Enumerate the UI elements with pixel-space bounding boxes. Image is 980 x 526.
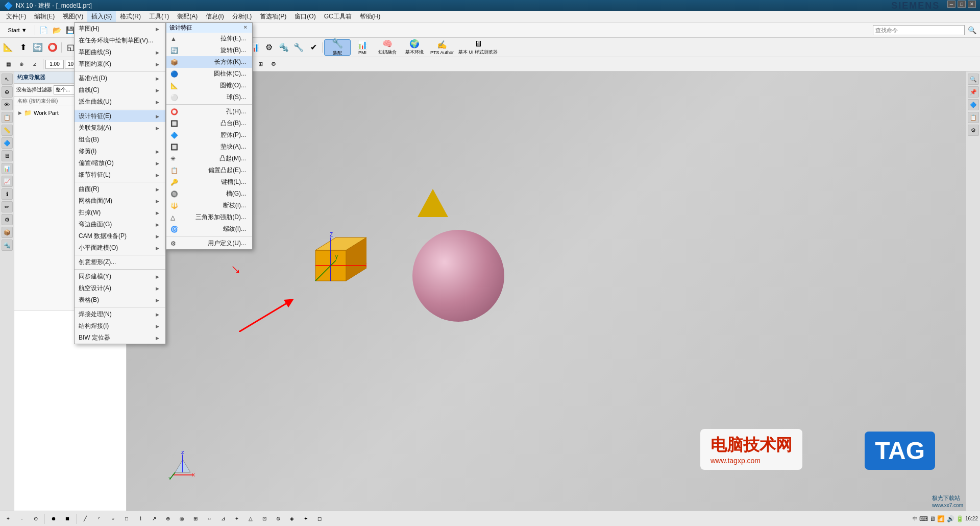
menu-insert[interactable]: 插入(S): [87, 11, 116, 22]
menu-window[interactable]: 窗口(O): [290, 11, 320, 22]
basic-ui-btn[interactable]: 🖥基本 UI 样式浏览器: [456, 39, 500, 56]
menu-item-weld[interactable]: 焊接处理(N) ▶: [75, 308, 165, 320]
menu-item-combine[interactable]: 组合(B): [75, 134, 165, 146]
view-btn-8[interactable]: ⊞: [254, 58, 266, 70]
menu-edit[interactable]: 编辑(E): [30, 11, 59, 22]
menu-analysis[interactable]: 分析(L): [228, 11, 256, 22]
bottom-btn-16[interactable]: ◈: [286, 513, 298, 525]
new-button[interactable]: 📄: [37, 24, 50, 36]
bottom-btn-record[interactable]: ⏺: [47, 513, 60, 525]
design-offset-emboss[interactable]: 📋偏置凸起(E)...: [166, 164, 252, 176]
menu-prefs[interactable]: 首选项(P): [256, 11, 290, 22]
start-button[interactable]: Start ▼: [2, 24, 33, 36]
sidebar-icon-select[interactable]: ↖: [2, 74, 13, 85]
assemble-main-btn[interactable]: 🔧装配: [324, 39, 351, 56]
revolve-btn[interactable]: 🔄: [31, 39, 45, 56]
sketch-btn[interactable]: 📐: [1, 39, 15, 56]
menu-tools[interactable]: 工具(T): [145, 11, 173, 22]
bottom-btn-3[interactable]: ⊙: [30, 513, 42, 525]
punch-btn[interactable]: 🔩: [277, 39, 291, 56]
menu-item-derived-curve[interactable]: 派生曲线(U) ▶: [75, 96, 165, 108]
menu-item-mesh-surface[interactable]: 网格曲面(M) ▶: [75, 195, 165, 207]
maximize-button[interactable]: □: [958, 1, 966, 8]
knowledge-btn[interactable]: 🧠知识融合: [374, 39, 401, 56]
bottom-btn-10[interactable]: ↔: [203, 513, 215, 525]
process-sync-btn[interactable]: ⚙: [262, 39, 276, 56]
design-extrude[interactable]: ▲拉伸(E)...: [166, 33, 252, 44]
design-emboss[interactable]: ✳凸起(M)...: [166, 153, 252, 164]
bottom-btn-7[interactable]: ⊕: [162, 513, 174, 525]
design-dart[interactable]: 🔱断枝(I)...: [166, 200, 252, 211]
bottom-btn-11[interactable]: ⊿: [217, 513, 229, 525]
design-pad[interactable]: 🔲垫块(A)...: [166, 141, 252, 153]
bottom-btn-18[interactable]: ◻: [313, 513, 326, 525]
design-user-defined[interactable]: ⚙用户定义(U)...: [166, 237, 252, 249]
design-revolve[interactable]: 🔄旋转(B)...: [166, 44, 252, 56]
design-thread[interactable]: 🌀螺纹(I)...: [166, 223, 252, 235]
menu-item-curve[interactable]: 曲线(C) ▶: [75, 84, 165, 96]
bottom-btn-8[interactable]: ◎: [176, 513, 188, 525]
pts-author-btn[interactable]: ✍PTS Author: [428, 39, 456, 56]
bottom-btn-15[interactable]: ⊚: [272, 513, 284, 525]
search-input[interactable]: [873, 25, 965, 35]
design-groove[interactable]: 🔘槽(G)...: [166, 188, 252, 200]
bottom-btn-5[interactable]: ⌇: [134, 513, 146, 525]
menu-item-detail[interactable]: 细节特征(L) ▶: [75, 169, 165, 181]
design-slot[interactable]: 🔑键槽(L)...: [166, 176, 252, 188]
sidebar-icon-extra[interactable]: 📦: [2, 227, 13, 238]
minimize-button[interactable]: ─: [947, 1, 955, 8]
punch-design-btn[interactable]: 🔧: [291, 39, 306, 56]
menu-item-aero[interactable]: 航空设计(A) ▶: [75, 282, 165, 294]
bottom-btn-6[interactable]: ↗: [148, 513, 160, 525]
open-button[interactable]: 📂: [51, 24, 63, 36]
sidebar-icon-snap[interactable]: ⊕: [2, 86, 13, 98]
punch-verify-btn[interactable]: ✔: [306, 39, 321, 56]
menu-info[interactable]: 信息(I): [202, 11, 228, 22]
nav-cube[interactable]: X Z Y: [167, 449, 198, 480]
menu-item-bend-surface[interactable]: 弯边曲面(G) ▶: [75, 219, 165, 230]
bottom-btn-14[interactable]: ⊡: [258, 513, 271, 525]
sidebar-icon-display[interactable]: 🖥: [2, 150, 13, 161]
design-rib[interactable]: △三角形加强肋(D)...: [166, 211, 252, 223]
snap-point-btn[interactable]: ⊕: [15, 58, 28, 70]
filter-btn[interactable]: ⊿: [29, 58, 41, 70]
menu-item-freeform[interactable]: 创意塑形(Z)...: [75, 256, 165, 268]
design-cylinder[interactable]: 🔵圆柱体(C)...: [166, 68, 252, 80]
right-icon-3[interactable]: 🔷: [968, 99, 979, 110]
right-icon-2[interactable]: 📌: [968, 86, 979, 98]
menu-item-sketch-env[interactable]: 在任务环境中绘制草图(V)...: [75, 35, 165, 46]
bottom-btn-2[interactable]: -: [16, 513, 28, 525]
close-button[interactable]: ✕: [968, 1, 976, 8]
design-boss[interactable]: 🔲凸台(B)...: [166, 117, 252, 129]
design-hole[interactable]: ⭕孔(H)...: [166, 106, 252, 117]
design-pocket[interactable]: 🔷腔体(P)...: [166, 129, 252, 141]
menu-item-sketch-constraint[interactable]: 草图约束(K) ▶: [75, 58, 165, 70]
menu-item-facet[interactable]: 小平面建模(O) ▶: [75, 242, 165, 254]
menu-view[interactable]: 视图(V): [59, 11, 87, 22]
bottom-btn-line[interactable]: ╱: [79, 513, 91, 525]
sidebar-icon-pmi[interactable]: 📊: [2, 163, 13, 174]
menu-gctoolbox[interactable]: GC工具箱: [320, 11, 356, 22]
menu-item-assoc-copy[interactable]: 关联复制(A) ▶: [75, 122, 165, 134]
menu-item-cam[interactable]: CAM 数据准备(P) ▶: [75, 230, 165, 242]
menu-item-design-feature[interactable]: 设计特征(E) ▶: [75, 110, 165, 122]
menu-item-surface[interactable]: 曲面(R) ▶: [75, 183, 165, 195]
bottom-btn-arc[interactable]: ◜: [93, 513, 105, 525]
menu-item-offset-scale[interactable]: 偏置/缩放(O) ▶: [75, 157, 165, 169]
search-button[interactable]: 🔍: [966, 24, 978, 36]
sidebar-icon-assembly[interactable]: ⚙: [2, 214, 13, 225]
sidebar-icon-extra2[interactable]: 🔩: [2, 240, 13, 251]
menu-format[interactable]: 格式(R): [116, 11, 145, 22]
menu-item-table[interactable]: 表格(B) ▶: [75, 294, 165, 306]
bottom-btn-1[interactable]: +: [2, 513, 14, 525]
sidebar-icon-analysis[interactable]: 📈: [2, 176, 13, 187]
design-sphere[interactable]: ⚪球(S)...: [166, 91, 252, 103]
hole-btn[interactable]: ⭕: [45, 39, 60, 56]
corner-logo[interactable]: 极光下载站 www.xx7.com: [932, 494, 963, 508]
pmi-btn[interactable]: 📊PMI: [351, 39, 374, 56]
menu-item-struct-weld[interactable]: 结构焊接(I) ▶: [75, 320, 165, 332]
view-btn-9[interactable]: ⚙: [267, 58, 280, 70]
sidebar-icon-measure[interactable]: 📏: [2, 125, 13, 136]
menu-item-biw[interactable]: BIW 定位器 ▶: [75, 332, 165, 344]
menu-item-sync-model[interactable]: 同步建模(Y) ▶: [75, 271, 165, 282]
